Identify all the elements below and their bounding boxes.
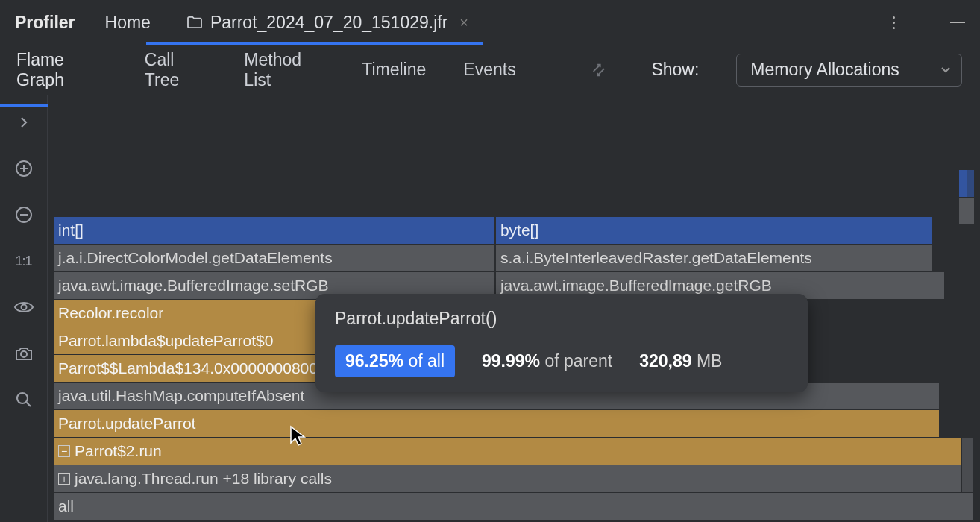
flame-row: j.a.i.DirectColorModel.getDataElementss.… — [54, 245, 974, 271]
eye-icon[interactable] — [12, 295, 36, 319]
flame-frame-label: s.a.i.ByteInterleavedRaster.getDataEleme… — [500, 249, 812, 267]
flame-frame-label: java.awt.image.BufferedImage.getRGB — [500, 277, 772, 295]
flame-frame-label: java.lang.Thread.run +18 library calls — [75, 470, 332, 488]
flame-frame[interactable]: s.a.i.ByteInterleavedRaster.getDataEleme… — [496, 245, 933, 271]
expand-icon[interactable]: + — [58, 473, 70, 485]
flame-frame[interactable] — [962, 465, 974, 492]
zoom-in-icon[interactable] — [12, 157, 36, 180]
flame-frame-label: java.util.HashMap.computeIfAbsent — [58, 387, 304, 405]
search-icon[interactable] — [12, 388, 36, 412]
flame-frame-label: all — [58, 497, 74, 515]
show-label: Show: — [651, 60, 699, 80]
flame-row: Parrot.updateParrot — [54, 410, 974, 437]
flame-frame-label: Parrot.lambda$updateParrot$0 — [58, 332, 273, 350]
flame-frame[interactable]: all — [54, 493, 974, 520]
kebab-menu-icon[interactable] — [885, 13, 902, 31]
flame-row: all — [54, 493, 974, 520]
file-name: Parrot_2024_07_20_151029.jfr — [210, 13, 447, 33]
tooltip-pct-all-badge: 96.25% of all — [335, 345, 455, 377]
flame-row: int[]byte[] — [54, 217, 974, 244]
flame-frame[interactable] — [962, 438, 974, 465]
app-title: Profiler — [15, 13, 75, 33]
swap-icon[interactable] — [591, 61, 607, 79]
flame-row: +java.lang.Thread.run +18 library calls — [54, 465, 974, 492]
flame-frame[interactable]: Parrot.updateParrot — [54, 410, 940, 437]
svg-point-3 — [21, 351, 27, 357]
zoom-reset-button[interactable]: 1:1 — [12, 249, 36, 273]
zoom-out-icon[interactable] — [12, 203, 36, 227]
minimize-icon[interactable] — [950, 22, 965, 23]
flame-frame[interactable] — [935, 272, 945, 299]
tooltip-pct-parent: 99.99% of parent — [482, 351, 612, 371]
flame-frame-label: Parrot$2.run — [75, 442, 162, 460]
flame-frame[interactable]: +java.lang.Thread.run +18 library calls — [54, 465, 961, 492]
flame-frame-label: Recolor.recolor — [58, 304, 163, 322]
svg-point-2 — [21, 305, 26, 310]
expand-panel-icon[interactable] — [12, 110, 36, 134]
flame-frame-label: byte[] — [500, 221, 538, 239]
chevron-down-icon — [940, 66, 951, 74]
tab-flame-graph[interactable]: Flame Graph — [16, 37, 107, 104]
tab-method-list[interactable]: Method List — [244, 37, 324, 104]
tab-events[interactable]: Events — [463, 46, 515, 93]
home-tab[interactable]: Home — [105, 13, 151, 33]
show-dropdown-value: Memory Allocations — [750, 60, 899, 80]
flame-row: −Parrot$2.run — [54, 438, 974, 465]
tooltip-method-name: Parrot.updateParrot() — [335, 309, 788, 329]
flame-frame-label: Parrot.updateParrot — [58, 415, 195, 433]
view-tabs-row: Flame Graph Call Tree Method List Timeli… — [0, 45, 980, 95]
tab-timeline[interactable]: Timeline — [362, 46, 426, 93]
file-tab[interactable]: Parrot_2024_07_20_151029.jfr × — [180, 0, 479, 45]
tab-call-tree[interactable]: Call Tree — [145, 37, 207, 104]
close-tab-icon[interactable]: × — [455, 14, 473, 31]
folder-icon — [186, 16, 203, 29]
flame-frame[interactable]: −Parrot$2.run — [54, 438, 961, 465]
flame-frame[interactable]: j.a.i.DirectColorModel.getDataElements — [54, 245, 495, 271]
show-dropdown[interactable]: Memory Allocations — [736, 54, 962, 87]
flame-frame-label: j.a.i.DirectColorModel.getDataElements — [58, 249, 333, 267]
flame-frame-label: int[] — [58, 221, 84, 239]
flame-frame[interactable]: byte[] — [496, 217, 933, 244]
collapse-icon[interactable]: − — [58, 445, 70, 457]
left-sidebar: 1:1 — [0, 95, 48, 522]
flame-frame[interactable]: int[] — [54, 217, 495, 244]
tooltip-size: 320,89 MB — [639, 351, 722, 371]
flame-tooltip: Parrot.updateParrot() 96.25% of all 99.9… — [315, 294, 808, 392]
svg-point-4 — [17, 393, 28, 403]
flame-frame-label: java.awt.image.BufferedImage.setRGB — [58, 277, 329, 295]
camera-icon[interactable] — [12, 342, 36, 365]
